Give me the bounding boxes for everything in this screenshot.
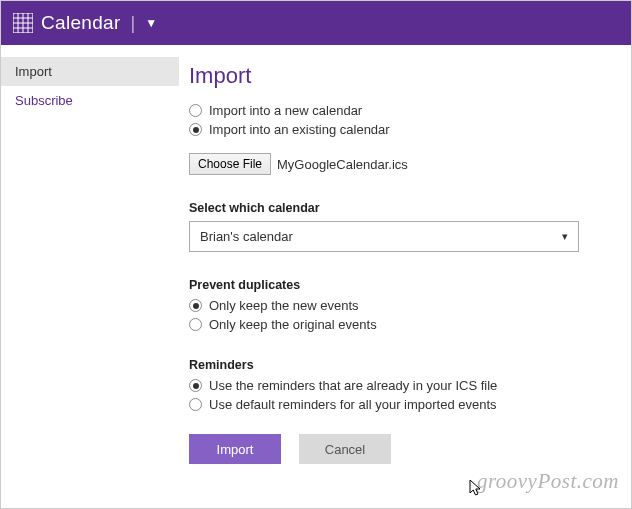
main-panel: Import Import into a new calendar Import… <box>179 45 631 508</box>
file-name: MyGoogleCalendar.ics <box>277 157 408 172</box>
watermark: groovyPost.com <box>477 469 619 494</box>
sidebar-item-label: Subscribe <box>15 93 73 108</box>
radio-label: Import into an existing calendar <box>209 122 390 137</box>
mouse-cursor-icon <box>469 479 483 500</box>
radio-label: Only keep the new events <box>209 298 359 313</box>
radio-icon <box>189 379 202 392</box>
radio-reminders-default[interactable]: Use default reminders for all your impor… <box>189 397 609 412</box>
chevron-down-icon[interactable]: ▼ <box>145 16 157 30</box>
import-button[interactable]: Import <box>189 434 281 464</box>
radio-dup-original[interactable]: Only keep the original events <box>189 317 609 332</box>
page-title: Import <box>189 63 609 89</box>
radio-import-new[interactable]: Import into a new calendar <box>189 103 609 118</box>
sidebar-item-label: Import <box>15 64 52 79</box>
radio-icon <box>189 104 202 117</box>
app-header: Calendar | ▼ <box>1 1 631 45</box>
sidebar: Import Subscribe <box>1 45 179 508</box>
radio-label: Use default reminders for all your impor… <box>209 397 497 412</box>
header-divider: | <box>131 13 136 34</box>
chevron-down-icon: ▾ <box>562 230 568 243</box>
radio-reminders-ics[interactable]: Use the reminders that are already in yo… <box>189 378 609 393</box>
prevent-duplicates-label: Prevent duplicates <box>189 278 609 292</box>
calendar-grid-icon <box>13 13 33 33</box>
reminders-label: Reminders <box>189 358 609 372</box>
radio-import-existing[interactable]: Import into an existing calendar <box>189 122 609 137</box>
sidebar-item-subscribe[interactable]: Subscribe <box>1 86 179 115</box>
app-title: Calendar <box>41 12 121 34</box>
radio-label: Use the reminders that are already in yo… <box>209 378 497 393</box>
radio-icon <box>189 398 202 411</box>
choose-file-button[interactable]: Choose File <box>189 153 271 175</box>
cancel-button[interactable]: Cancel <box>299 434 391 464</box>
radio-dup-new[interactable]: Only keep the new events <box>189 298 609 313</box>
sidebar-item-import[interactable]: Import <box>1 57 179 86</box>
calendar-select[interactable]: Brian's calendar ▾ <box>189 221 579 252</box>
select-calendar-label: Select which calendar <box>189 201 609 215</box>
radio-icon <box>189 299 202 312</box>
radio-label: Only keep the original events <box>209 317 377 332</box>
radio-label: Import into a new calendar <box>209 103 362 118</box>
radio-icon <box>189 318 202 331</box>
select-value: Brian's calendar <box>200 229 293 244</box>
radio-icon <box>189 123 202 136</box>
